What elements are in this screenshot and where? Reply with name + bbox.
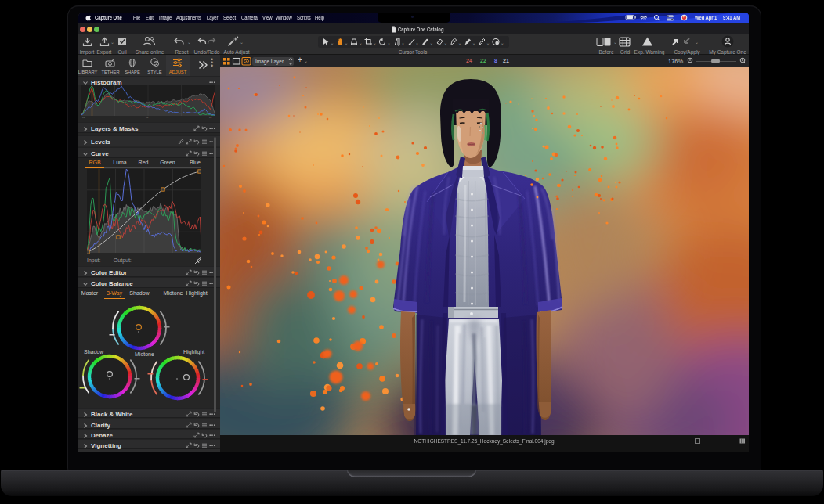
- svg-text:--: --: [146, 115, 149, 119]
- svg-text:Midtone: Midtone: [135, 351, 154, 357]
- svg-text:Highlight: Highlight: [183, 349, 204, 355]
- svg-text:--: --: [82, 115, 85, 119]
- svg-text:--: --: [209, 115, 212, 119]
- svg-text:Shadow: Shadow: [84, 349, 104, 355]
